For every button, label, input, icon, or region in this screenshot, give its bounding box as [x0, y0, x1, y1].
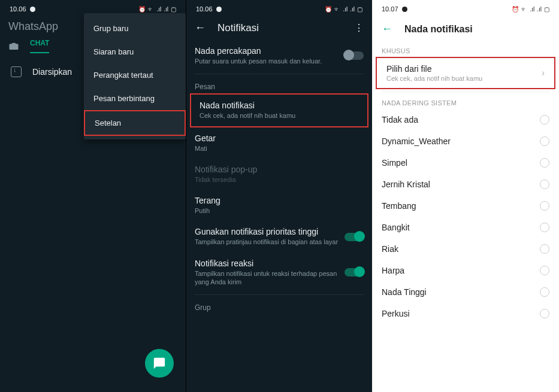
page-title: Nada notifikasi: [404, 24, 473, 35]
wifi-icon: ᯤ: [148, 6, 154, 13]
section-system-ringtones: NADA DERING SISTEM: [372, 95, 559, 109]
radio-icon[interactable]: [540, 158, 549, 168]
reaction-row[interactable]: Notifikasi reaksi Tampilkan notifikasi u…: [186, 253, 372, 293]
ringtone-name: Nada Tinggi: [382, 287, 427, 297]
dnd-icon: [216, 7, 222, 12]
high-priority-row[interactable]: Gunakan notifikasi prioritas tinggi Tamp…: [186, 221, 372, 252]
ringtone-row[interactable]: Jernih Kristal: [372, 174, 559, 195]
popup-row: Notifikasi pop-up Tidak tersedia: [186, 159, 372, 190]
ringtone-row[interactable]: Harpa: [372, 260, 559, 281]
radio-icon[interactable]: [540, 136, 549, 146]
divider: [195, 294, 364, 295]
dnd-icon: [30, 7, 35, 12]
ringtone-name: Perkusi: [382, 309, 410, 318]
signal-icon-2: .ıl: [537, 6, 542, 13]
ringtone-name: Riak: [382, 244, 398, 254]
archived-label: Diarsipkan: [32, 67, 72, 77]
ringtone-name: Tidak ada: [382, 115, 418, 124]
ringtone-name: Simpel: [382, 158, 407, 168]
ringtone-row[interactable]: Simpel: [372, 152, 559, 174]
signal-icon-2: .ıl: [164, 6, 168, 13]
status-time: 10.06: [10, 5, 26, 13]
menu-setelan[interactable]: Setelan: [84, 110, 186, 136]
radio-icon[interactable]: [540, 287, 549, 297]
section-khusus: KHUSUS: [372, 42, 559, 57]
setting-subtitle: Tampilkan pratinjau notifikasi di bagian…: [195, 238, 339, 246]
radio-icon[interactable]: [540, 223, 549, 232]
alarm-icon: ⏰: [138, 6, 146, 13]
ringtone-row[interactable]: Bangkit: [372, 217, 559, 238]
overflow-menu: Grup baru Siaran baru Perangkat tertaut …: [84, 13, 186, 139]
ringtone-row[interactable]: Perkusi: [372, 303, 559, 324]
vibrate-row[interactable]: Getar Mati: [186, 127, 372, 159]
alarm-icon: ⏰: [325, 6, 332, 13]
menu-perangkat-tertaut[interactable]: Perangkat tertaut: [84, 63, 186, 87]
row-subtitle: Cek cek, ada notif nih buat kamu: [386, 75, 542, 82]
tab-chat[interactable]: CHAT: [30, 39, 49, 53]
menu-grup-baru[interactable]: Grup baru: [84, 17, 186, 40]
ringtone-row[interactable]: Tembang: [372, 195, 559, 217]
back-button[interactable]: ←: [382, 23, 392, 35]
status-time: 10.06: [196, 5, 213, 13]
new-chat-fab[interactable]: [145, 349, 174, 378]
radio-icon[interactable]: [540, 115, 549, 124]
back-button[interactable]: ←: [195, 22, 206, 34]
archive-icon: [11, 66, 22, 77]
notification-settings-screen: 10.06 ⏰ ᯤ .ıl .ıl ▢ ← Notifikasi ⋮ Nada …: [186, 0, 372, 392]
setting-subtitle: Tampilkan notifikasi untuk reaksi terhad…: [195, 269, 339, 287]
pick-from-file-row[interactable]: Pilih dari file Cek cek, ada notif nih b…: [377, 58, 554, 88]
battery-icon: ▢: [544, 6, 549, 13]
divider: [382, 92, 549, 92]
signal-icon: .ıl: [530, 6, 534, 13]
ringtone-name: Dynamic_Weather: [382, 136, 451, 146]
app-bar: ← Notifikasi ⋮: [186, 16, 372, 40]
setting-title: Gunakan notifikasi prioritas tinggi: [195, 227, 339, 236]
setting-subtitle: Cek cek, ada notif nih buat kamu: [200, 111, 359, 120]
alarm-icon: ⏰: [512, 6, 519, 13]
light-row[interactable]: Terang Putih: [186, 190, 372, 221]
chevron-right-icon: ›: [542, 68, 545, 78]
conversation-tone-row[interactable]: Nada percakapan Putar suara untuk pesan …: [186, 40, 372, 71]
ringtone-name: Bangkit: [382, 223, 410, 232]
setting-subtitle: Putih: [195, 206, 364, 215]
wifi-icon: ᯤ: [334, 6, 340, 13]
signal-icon-2: .ıl: [350, 6, 355, 13]
ringtone-name: Jernih Kristal: [382, 180, 430, 189]
radio-icon[interactable]: [540, 201, 549, 211]
setting-subtitle: Mati: [195, 144, 364, 153]
ringtone-name: Tembang: [382, 201, 416, 211]
setting-title: Notifikasi reaksi: [195, 259, 339, 268]
dnd-icon: [402, 7, 407, 12]
conversation-tone-toggle[interactable]: [345, 51, 364, 60]
setting-title: Nada percakapan: [195, 46, 339, 56]
status-bar: 10.06 ⏰ ᯤ .ıl .ıl ▢: [186, 0, 372, 16]
radio-icon[interactable]: [540, 266, 549, 275]
setting-subtitle: Putar suara untuk pesan masuk dan keluar…: [195, 57, 339, 65]
ringtone-row[interactable]: Dynamic_Weather: [372, 130, 559, 152]
reaction-toggle[interactable]: [345, 268, 364, 276]
setting-title: Notifikasi pop-up: [195, 165, 364, 174]
whatsapp-main-screen: 10.06 ⏰ ᯤ .ıl .ıl ▢ WhatsApp CHAT Diarsi…: [0, 0, 186, 392]
camera-icon[interactable]: [8, 41, 19, 51]
section-grup: Grup: [186, 297, 372, 314]
ringtone-row[interactable]: Tidak ada: [372, 109, 559, 130]
page-title: Notifikasi: [217, 22, 342, 34]
menu-pesan-berbintang[interactable]: Pesan berbintang: [84, 87, 186, 110]
ringtone-row[interactable]: Nada Tinggi: [372, 281, 559, 303]
high-priority-toggle[interactable]: [345, 233, 364, 241]
radio-icon[interactable]: [540, 244, 549, 254]
ringtone-row[interactable]: Riak: [372, 238, 559, 260]
status-time: 10.07: [382, 5, 398, 13]
app-bar: ← Nada notifikasi: [372, 16, 559, 42]
divider: [195, 74, 364, 74]
overflow-button[interactable]: ⋮: [354, 22, 364, 34]
radio-icon[interactable]: [540, 180, 549, 189]
radio-icon[interactable]: [540, 309, 549, 318]
setting-title: Terang: [195, 196, 364, 205]
notification-tone-row[interactable]: Nada notifikasi Cek cek, ada notif nih b…: [190, 93, 368, 127]
signal-icon: .ıl: [156, 6, 161, 13]
menu-siaran-baru[interactable]: Siaran baru: [84, 40, 186, 63]
section-pesan: Pesan: [186, 77, 372, 93]
setting-title: Getar: [195, 133, 364, 143]
status-bar: 10.07 ⏰ ᯤ .ıl .ıl ▢: [372, 0, 559, 16]
